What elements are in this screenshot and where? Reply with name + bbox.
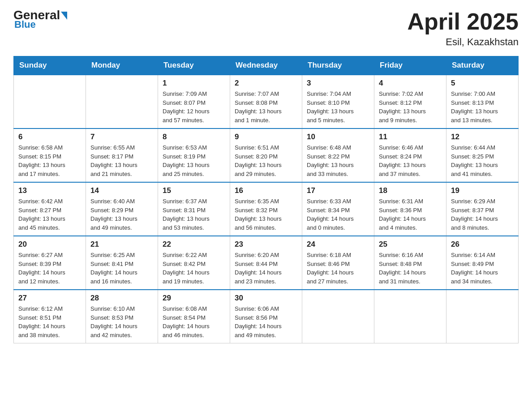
day-number: 28 bbox=[90, 294, 153, 303]
calendar-day-cell: 14Sunrise: 6:40 AM Sunset: 8:29 PM Dayli… bbox=[86, 182, 158, 236]
day-info: Sunrise: 6:14 AM Sunset: 8:49 PM Dayligh… bbox=[451, 251, 514, 286]
day-number: 1 bbox=[163, 79, 225, 88]
col-friday: Friday bbox=[374, 56, 446, 75]
day-number: 13 bbox=[18, 186, 81, 195]
calendar-day-cell: 2Sunrise: 7:07 AM Sunset: 8:08 PM Daylig… bbox=[230, 75, 302, 128]
day-number: 2 bbox=[235, 79, 297, 88]
calendar-day-cell: 3Sunrise: 7:04 AM Sunset: 8:10 PM Daylig… bbox=[302, 75, 374, 128]
calendar-day-cell: 10Sunrise: 6:48 AM Sunset: 8:22 PM Dayli… bbox=[302, 128, 374, 182]
logo-blue-text: Blue bbox=[14, 19, 36, 30]
calendar-day-cell: 23Sunrise: 6:20 AM Sunset: 8:44 PM Dayli… bbox=[230, 236, 302, 290]
calendar-day-cell: 27Sunrise: 6:12 AM Sunset: 8:51 PM Dayli… bbox=[14, 290, 86, 343]
calendar-day-cell: 20Sunrise: 6:27 AM Sunset: 8:39 PM Dayli… bbox=[14, 236, 86, 290]
day-number: 10 bbox=[307, 133, 369, 141]
calendar-day-cell: 11Sunrise: 6:46 AM Sunset: 8:24 PM Dayli… bbox=[374, 128, 446, 182]
day-number: 20 bbox=[18, 240, 81, 249]
day-info: Sunrise: 7:02 AM Sunset: 8:12 PM Dayligh… bbox=[379, 90, 442, 124]
day-number: 22 bbox=[163, 240, 225, 249]
calendar-day-cell: 6Sunrise: 6:58 AM Sunset: 8:15 PM Daylig… bbox=[14, 128, 86, 182]
day-info: Sunrise: 6:12 AM Sunset: 8:51 PM Dayligh… bbox=[18, 304, 81, 339]
calendar-day-cell: 26Sunrise: 6:14 AM Sunset: 8:49 PM Dayli… bbox=[446, 236, 519, 290]
logo-triangle-icon bbox=[61, 12, 67, 20]
calendar-day-cell: 30Sunrise: 6:06 AM Sunset: 8:56 PM Dayli… bbox=[230, 290, 302, 343]
day-number: 5 bbox=[451, 79, 514, 88]
day-info: Sunrise: 7:07 AM Sunset: 8:08 PM Dayligh… bbox=[235, 90, 297, 124]
col-tuesday: Tuesday bbox=[158, 56, 230, 75]
calendar-day-cell bbox=[14, 75, 86, 128]
day-number: 30 bbox=[235, 294, 297, 303]
day-number: 9 bbox=[235, 133, 297, 141]
day-number: 29 bbox=[163, 294, 225, 303]
day-number: 24 bbox=[307, 240, 369, 249]
calendar-day-cell: 25Sunrise: 6:16 AM Sunset: 8:48 PM Dayli… bbox=[374, 236, 446, 290]
calendar-day-cell bbox=[374, 290, 446, 343]
calendar-day-cell: 22Sunrise: 6:22 AM Sunset: 8:42 PM Dayli… bbox=[158, 236, 230, 290]
calendar-day-cell: 29Sunrise: 6:08 AM Sunset: 8:54 PM Dayli… bbox=[158, 290, 230, 343]
day-number: 7 bbox=[90, 133, 153, 141]
calendar-day-cell: 9Sunrise: 6:51 AM Sunset: 8:20 PM Daylig… bbox=[230, 128, 302, 182]
day-number: 12 bbox=[451, 133, 514, 141]
day-info: Sunrise: 6:33 AM Sunset: 8:34 PM Dayligh… bbox=[307, 197, 369, 232]
day-info: Sunrise: 7:04 AM Sunset: 8:10 PM Dayligh… bbox=[307, 90, 369, 124]
calendar-day-cell: 24Sunrise: 6:18 AM Sunset: 8:46 PM Dayli… bbox=[302, 236, 374, 290]
calendar-day-cell: 5Sunrise: 7:00 AM Sunset: 8:13 PM Daylig… bbox=[446, 75, 519, 128]
calendar-day-cell: 4Sunrise: 7:02 AM Sunset: 8:12 PM Daylig… bbox=[374, 75, 446, 128]
calendar-day-cell: 19Sunrise: 6:29 AM Sunset: 8:37 PM Dayli… bbox=[446, 182, 519, 236]
day-info: Sunrise: 6:44 AM Sunset: 8:25 PM Dayligh… bbox=[451, 143, 514, 178]
day-number: 6 bbox=[18, 133, 81, 141]
day-number: 25 bbox=[379, 240, 442, 249]
day-info: Sunrise: 6:20 AM Sunset: 8:44 PM Dayligh… bbox=[235, 251, 297, 286]
day-number: 8 bbox=[163, 133, 225, 141]
day-number: 4 bbox=[379, 79, 442, 88]
calendar-week-4: 20Sunrise: 6:27 AM Sunset: 8:39 PM Dayli… bbox=[14, 236, 519, 290]
location-subtitle: Esil, Kazakhstan bbox=[407, 36, 519, 48]
day-number: 26 bbox=[451, 240, 514, 249]
calendar-week-2: 6Sunrise: 6:58 AM Sunset: 8:15 PM Daylig… bbox=[14, 128, 519, 182]
logo: General Blue bbox=[13, 9, 67, 30]
calendar-day-cell: 18Sunrise: 6:31 AM Sunset: 8:36 PM Dayli… bbox=[374, 182, 446, 236]
day-number: 23 bbox=[235, 240, 297, 249]
calendar-day-cell: 15Sunrise: 6:37 AM Sunset: 8:31 PM Dayli… bbox=[158, 182, 230, 236]
calendar-day-cell: 28Sunrise: 6:10 AM Sunset: 8:53 PM Dayli… bbox=[86, 290, 158, 343]
calendar-day-cell: 17Sunrise: 6:33 AM Sunset: 8:34 PM Dayli… bbox=[302, 182, 374, 236]
day-number: 21 bbox=[90, 240, 153, 249]
day-info: Sunrise: 6:25 AM Sunset: 8:41 PM Dayligh… bbox=[90, 251, 153, 286]
day-number: 19 bbox=[451, 186, 514, 195]
calendar-week-1: 1Sunrise: 7:09 AM Sunset: 8:07 PM Daylig… bbox=[14, 75, 519, 128]
calendar-week-3: 13Sunrise: 6:42 AM Sunset: 8:27 PM Dayli… bbox=[14, 182, 519, 236]
calendar-day-cell: 21Sunrise: 6:25 AM Sunset: 8:41 PM Dayli… bbox=[86, 236, 158, 290]
col-thursday: Thursday bbox=[302, 56, 374, 75]
day-info: Sunrise: 6:46 AM Sunset: 8:24 PM Dayligh… bbox=[379, 143, 442, 178]
day-info: Sunrise: 7:09 AM Sunset: 8:07 PM Dayligh… bbox=[163, 90, 225, 124]
day-number: 3 bbox=[307, 79, 369, 88]
calendar-header-row: Sunday Monday Tuesday Wednesday Thursday… bbox=[14, 56, 519, 75]
calendar-day-cell: 13Sunrise: 6:42 AM Sunset: 8:27 PM Dayli… bbox=[14, 182, 86, 236]
day-info: Sunrise: 6:35 AM Sunset: 8:32 PM Dayligh… bbox=[235, 197, 297, 232]
calendar-week-5: 27Sunrise: 6:12 AM Sunset: 8:51 PM Dayli… bbox=[14, 290, 519, 343]
day-info: Sunrise: 6:16 AM Sunset: 8:48 PM Dayligh… bbox=[379, 251, 442, 286]
day-number: 15 bbox=[163, 186, 225, 195]
day-info: Sunrise: 6:06 AM Sunset: 8:56 PM Dayligh… bbox=[235, 304, 297, 339]
calendar-day-cell: 7Sunrise: 6:55 AM Sunset: 8:17 PM Daylig… bbox=[86, 128, 158, 182]
calendar-day-cell: 12Sunrise: 6:44 AM Sunset: 8:25 PM Dayli… bbox=[446, 128, 519, 182]
day-info: Sunrise: 6:55 AM Sunset: 8:17 PM Dayligh… bbox=[90, 143, 153, 178]
calendar-day-cell bbox=[302, 290, 374, 343]
day-info: Sunrise: 6:27 AM Sunset: 8:39 PM Dayligh… bbox=[18, 251, 81, 286]
month-year-title: April 2025 bbox=[407, 9, 519, 34]
day-number: 17 bbox=[307, 186, 369, 195]
calendar-day-cell: 16Sunrise: 6:35 AM Sunset: 8:32 PM Dayli… bbox=[230, 182, 302, 236]
calendar-day-cell: 1Sunrise: 7:09 AM Sunset: 8:07 PM Daylig… bbox=[158, 75, 230, 128]
day-info: Sunrise: 6:22 AM Sunset: 8:42 PM Dayligh… bbox=[163, 251, 225, 286]
day-info: Sunrise: 6:08 AM Sunset: 8:54 PM Dayligh… bbox=[163, 304, 225, 339]
title-block: April 2025 Esil, Kazakhstan bbox=[407, 9, 519, 48]
day-info: Sunrise: 6:58 AM Sunset: 8:15 PM Dayligh… bbox=[18, 143, 81, 178]
col-saturday: Saturday bbox=[446, 56, 519, 75]
day-info: Sunrise: 6:42 AM Sunset: 8:27 PM Dayligh… bbox=[18, 197, 81, 232]
col-sunday: Sunday bbox=[14, 56, 86, 75]
calendar-day-cell bbox=[86, 75, 158, 128]
day-info: Sunrise: 6:31 AM Sunset: 8:36 PM Dayligh… bbox=[379, 197, 442, 232]
day-number: 27 bbox=[18, 294, 81, 303]
day-info: Sunrise: 6:53 AM Sunset: 8:19 PM Dayligh… bbox=[163, 143, 225, 178]
col-wednesday: Wednesday bbox=[230, 56, 302, 75]
day-info: Sunrise: 6:10 AM Sunset: 8:53 PM Dayligh… bbox=[90, 304, 153, 339]
